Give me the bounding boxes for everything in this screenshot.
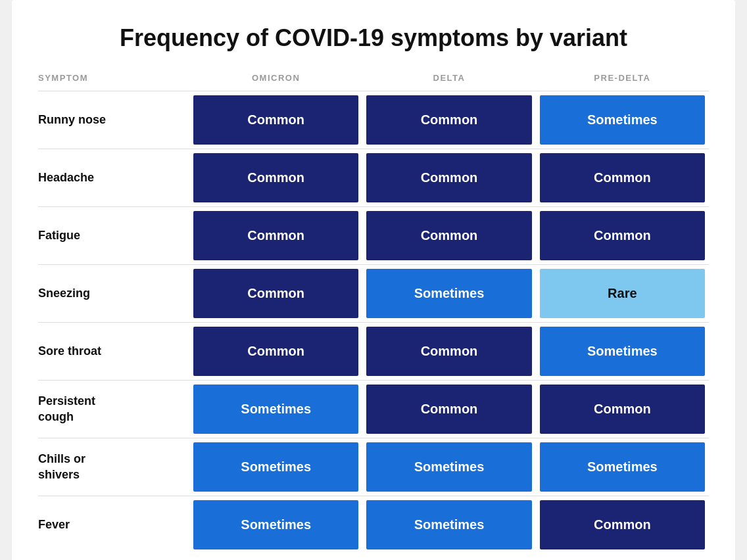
cell-delta: Common xyxy=(362,323,535,381)
frequency-badge: Sometimes xyxy=(366,442,531,492)
cell-predelta: Rare xyxy=(536,265,709,323)
cell-predelta: Sometimes xyxy=(536,91,709,149)
symptom-label: Fever xyxy=(38,496,189,554)
frequency-badge: Common xyxy=(193,327,358,376)
frequency-badge: Common xyxy=(366,95,531,145)
frequency-badge: Common xyxy=(366,385,531,434)
symptoms-table: SYMPTOM OMICRON DELTA PRE-DELTA Runny no… xyxy=(38,73,709,553)
table-row: Chills orshiversSometimesSometimesSometi… xyxy=(38,438,709,496)
cell-predelta: Common xyxy=(536,496,709,554)
cell-omicron: Sometimes xyxy=(189,381,362,438)
frequency-badge: Common xyxy=(540,153,705,202)
cell-omicron: Common xyxy=(189,265,362,323)
cell-delta: Common xyxy=(362,149,535,207)
cell-omicron: Common xyxy=(189,207,362,265)
frequency-badge: Common xyxy=(540,385,705,434)
main-card: Frequency of COVID-19 symptoms by varian… xyxy=(12,0,735,560)
frequency-badge: Common xyxy=(193,269,358,318)
table-row: Runny noseCommonCommonSometimes xyxy=(38,91,709,149)
frequency-badge: Sometimes xyxy=(193,385,358,434)
cell-delta: Sometimes xyxy=(362,265,535,323)
frequency-badge: Common xyxy=(540,211,705,260)
frequency-badge: Common xyxy=(193,153,358,202)
col-symptom: SYMPTOM xyxy=(38,73,189,91)
cell-delta: Common xyxy=(362,207,535,265)
page-title: Frequency of COVID-19 symptoms by varian… xyxy=(38,24,709,52)
table-row: Sore throatCommonCommonSometimes xyxy=(38,323,709,381)
cell-predelta: Common xyxy=(536,207,709,265)
table-wrapper: SYMPTOM OMICRON DELTA PRE-DELTA Runny no… xyxy=(38,73,709,553)
table-row: FeverSometimesSometimesCommon xyxy=(38,496,709,554)
frequency-badge: Common xyxy=(366,153,531,202)
frequency-badge: Common xyxy=(366,327,531,376)
frequency-badge: Common xyxy=(193,211,358,260)
cell-predelta: Sometimes xyxy=(536,323,709,381)
symptom-label: Runny nose xyxy=(38,91,189,149)
col-predelta: PRE-DELTA xyxy=(536,73,709,91)
symptom-label: Fatigue xyxy=(38,207,189,265)
cell-omicron: Sometimes xyxy=(189,496,362,554)
col-omicron: OMICRON xyxy=(189,73,362,91)
frequency-badge: Sometimes xyxy=(540,442,705,492)
table-row: HeadacheCommonCommonCommon xyxy=(38,149,709,207)
symptom-label: Sore throat xyxy=(38,323,189,381)
col-delta: DELTA xyxy=(362,73,535,91)
table-row: FatigueCommonCommonCommon xyxy=(38,207,709,265)
frequency-badge: Common xyxy=(366,211,531,260)
frequency-badge: Rare xyxy=(540,269,705,318)
symptom-label: Persistentcough xyxy=(38,381,189,438)
frequency-badge: Common xyxy=(193,95,358,145)
cell-predelta: Common xyxy=(536,381,709,438)
table-row: PersistentcoughSometimesCommonCommon xyxy=(38,381,709,438)
cell-omicron: Common xyxy=(189,91,362,149)
cell-delta: Sometimes xyxy=(362,496,535,554)
cell-omicron: Common xyxy=(189,149,362,207)
cell-omicron: Sometimes xyxy=(189,438,362,496)
cell-predelta: Common xyxy=(536,149,709,207)
cell-delta: Common xyxy=(362,91,535,149)
frequency-badge: Sometimes xyxy=(193,500,358,549)
symptom-label: Headache xyxy=(38,149,189,207)
cell-omicron: Common xyxy=(189,323,362,381)
symptom-label: Chills orshivers xyxy=(38,438,189,496)
frequency-badge: Sometimes xyxy=(193,442,358,492)
frequency-badge: Sometimes xyxy=(540,327,705,376)
cell-delta: Sometimes xyxy=(362,438,535,496)
frequency-badge: Sometimes xyxy=(366,269,531,318)
symptom-label: Sneezing xyxy=(38,265,189,323)
table-row: SneezingCommonSometimesRare xyxy=(38,265,709,323)
frequency-badge: Common xyxy=(540,500,705,549)
cell-predelta: Sometimes xyxy=(536,438,709,496)
frequency-badge: Sometimes xyxy=(540,95,705,145)
frequency-badge: Sometimes xyxy=(366,500,531,549)
cell-delta: Common xyxy=(362,381,535,438)
